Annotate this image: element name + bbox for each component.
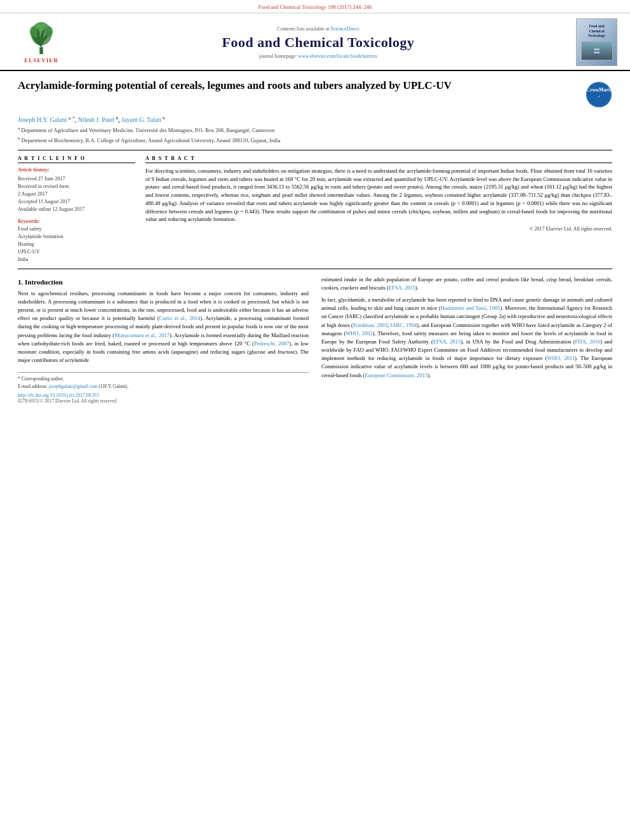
svg-point-2	[30, 26, 38, 37]
article-body: 1. Introduction Next to agrochemical res…	[18, 276, 612, 404]
elsevier-logo: ELSEVIER	[13, 21, 70, 63]
divider-1	[18, 150, 612, 150]
article-info-heading: A R T I C L E I N F O	[18, 156, 135, 163]
authors-line: Joseph H.Y. Galani a, *, Nilesh J. Patel…	[18, 116, 612, 123]
svg-text:✓: ✓	[598, 95, 601, 98]
homepage-link[interactable]: www.elsevier.com/locate/foodchemtox	[298, 53, 377, 59]
article-title: Acrylamide-forming potential of cereals,…	[18, 79, 579, 93]
keywords-label: Keywords:	[18, 218, 135, 224]
body-right-col: estimated intake in the adult population…	[321, 276, 612, 404]
affil-b-text: Department of Biochemistry, B.A. College…	[22, 137, 281, 143]
history-revised-label: Received in revised form	[18, 183, 135, 190]
journal-bar: Food and Chemical Toxicology 108 (2017) …	[0, 0, 630, 13]
homepage-line: journal homepage: www.elsevier.com/locat…	[76, 53, 560, 59]
journal-title: Food and Chemical Toxicology	[76, 34, 560, 51]
corresponding-author-note: * Corresponding author.	[18, 375, 309, 382]
article-title-section: Acrylamide-forming potential of cereals,…	[18, 79, 612, 112]
section-1-title: 1. Introduction	[18, 278, 309, 286]
svg-text:CrossMark: CrossMark	[587, 87, 612, 93]
divider-2	[18, 269, 612, 269]
keyword-uplcuv: UPLC-UV	[18, 248, 135, 256]
intro-para-1: Next to agrochemical residues, processin…	[18, 290, 309, 365]
article-info-abstract: A R T I C L E I N F O Article history: R…	[18, 156, 612, 263]
ref-muttucumaru-link[interactable]: Muttucumaru et al., 2017	[114, 332, 170, 338]
body-two-col: 1. Introduction Next to agrochemical res…	[18, 276, 612, 404]
journal-cover-image: Food andChemicalToxicology ■■■■■■	[576, 18, 617, 66]
publisher-logo-area: ELSEVIER	[13, 21, 70, 63]
affil-a-text: Department of Agriculture and Veterinary…	[21, 127, 274, 133]
elsevier-label: ELSEVIER	[24, 57, 58, 63]
history-label: Article history:	[18, 167, 135, 173]
email-link[interactable]: josephgalani@gmail.com	[49, 383, 98, 389]
article-area: Acrylamide-forming potential of cereals,…	[0, 71, 630, 411]
ref-iarc-link[interactable]: IARC, 1994	[391, 322, 417, 328]
keyword-india: India	[18, 256, 135, 263]
ref-friedman-link[interactable]: Friedman, 2003	[353, 322, 387, 328]
body-left-col: 1. Introduction Next to agrochemical res…	[18, 276, 309, 404]
sciencedirect-link[interactable]: ScienceDirect	[331, 26, 359, 32]
affiliation-a: a Department of Agriculture and Veterina…	[18, 126, 612, 135]
history-revised-date: 2 August 2017	[18, 190, 135, 198]
history-accepted: Accepted 11 August 2017	[18, 198, 135, 206]
contents-line: Contents lists available at ScienceDirec…	[76, 26, 560, 32]
doi-line: http://dx.doi.org/10.1016/j.fct.2017.08.…	[18, 392, 309, 398]
history-received: Received 27 June 2017	[18, 175, 135, 183]
author-galani[interactable]: Joseph H.Y. Galani	[18, 116, 67, 123]
author-galani-sup: a, *	[69, 116, 75, 121]
affiliations: a Department of Agriculture and Veterina…	[18, 126, 612, 144]
svg-point-3	[45, 26, 53, 37]
article-info-col: A R T I C L E I N F O Article history: R…	[18, 156, 135, 263]
ref-eucommission-link[interactable]: European Commission, 2013	[365, 372, 427, 378]
abstract-heading: A B S T R A C T	[145, 156, 612, 163]
issn-line: 0278-6915/© 2017 Elsevier Ltd. All right…	[18, 398, 309, 404]
email-note: E-mail address: josephgalani@gmail.com (…	[18, 383, 309, 390]
affiliation-b: b Department of Biochemistry, B.A. Colle…	[18, 136, 612, 145]
keyword-acrylamide: Acrylamide formation	[18, 233, 135, 241]
elsevier-tree-icon	[19, 21, 64, 56]
ref-efsa-2015-link[interactable]: EFSA, 2015	[389, 284, 415, 291]
abstract-text: For directing scientists, consumers, ind…	[145, 167, 612, 223]
ref-pedreschi-link[interactable]: Pedreschi, 2007	[254, 340, 289, 347]
ref-curtis-link[interactable]: Curtis et al., 2014	[159, 315, 200, 321]
author-patel[interactable]: Nilesh J. Patel	[78, 116, 115, 123]
journal-citation: Food and Chemical Toxicology 108 (2017) …	[258, 4, 372, 10]
ref-hashimoto-link[interactable]: Hashimoto and Tanii, 1985	[441, 305, 500, 311]
abstract-col: A B S T R A C T For directing scientists…	[145, 156, 612, 263]
ref-who-2002-link[interactable]: WHO, 2002	[345, 330, 372, 337]
keyword-heating: Heating	[18, 241, 135, 248]
header-area: ELSEVIER Contents lists available at Sci…	[0, 13, 630, 71]
intro-para-right-2: In fact, glycidamide, a metabolite of ac…	[321, 296, 612, 380]
doi-link[interactable]: http://dx.doi.org/10.1016/j.fct.2017.08.…	[18, 392, 99, 398]
crossmark-icon: CrossMark ✓	[586, 81, 612, 108]
ref-who-2011-link[interactable]: WHO, 2011	[547, 355, 575, 361]
page: Food and Chemical Toxicology 108 (2017) …	[0, 0, 630, 840]
ref-efsa-link[interactable]: EFSA, 2015	[433, 338, 461, 345]
copyright-line: © 2017 Elsevier Ltd. All rights reserved…	[145, 226, 612, 232]
ref-fda-link[interactable]: FDA, 2016	[575, 338, 601, 345]
keyword-food-safety: Food safety	[18, 225, 135, 233]
header-center: Contents lists available at ScienceDirec…	[76, 26, 560, 59]
header-right: Food andChemicalToxicology ■■■■■■	[566, 18, 617, 66]
footnotes-area: * Corresponding author. E-mail address: …	[18, 372, 309, 390]
cover-decoration: ■■■■■■	[581, 41, 613, 60]
author-patel-sup: b	[116, 116, 119, 121]
author-talati[interactable]: Jayant G. Talati	[121, 116, 161, 123]
history-online: Available online 12 August 2017	[18, 206, 135, 213]
cover-title: Food andChemicalToxicology	[588, 24, 605, 39]
svg-point-4	[38, 22, 45, 32]
author-talati-sup: b	[163, 116, 165, 121]
intro-para-right-1: estimated intake in the adult population…	[321, 276, 612, 292]
svg-rect-0	[39, 47, 43, 54]
